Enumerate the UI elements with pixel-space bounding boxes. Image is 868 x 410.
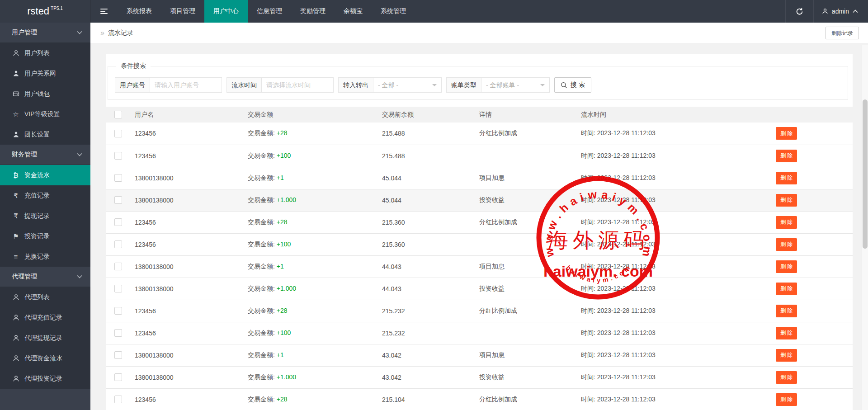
row-delete-button[interactable]: 删 除 [776, 194, 797, 207]
sidebar-item[interactable]: 代理提现记录 [0, 328, 90, 348]
row-delete-button[interactable]: 删 除 [776, 305, 797, 317]
users-icon [11, 70, 20, 77]
sidebar-item-label: 用户钱包 [24, 90, 50, 98]
cell-balance: 44.043 [376, 255, 473, 278]
sidebar-item[interactable]: 团长设置 [0, 124, 90, 145]
cell-time: 时间: 2023-12-28 11:12:03 [575, 167, 770, 189]
sidebar-item-label: VIP等级设置 [24, 110, 60, 118]
app-logo: rstedTP5.1 [0, 0, 90, 23]
row-delete-button[interactable]: 删 除 [776, 327, 797, 339]
direction-select[interactable]: 转入转出 - 全部 - [338, 77, 442, 93]
sidebar-item-label: 用户关系网 [24, 70, 56, 78]
nav-item-4[interactable]: 信息管理 [248, 0, 291, 23]
nav-item-2[interactable]: 项目管理 [161, 0, 204, 23]
nav-item-6[interactable]: 余额宝 [335, 0, 372, 23]
cell-balance: 45.044 [376, 189, 473, 211]
vertical-scrollbar[interactable] [862, 45, 868, 410]
row-delete-button[interactable]: 删 除 [776, 150, 797, 162]
cell-username: 13800138000 [129, 366, 242, 388]
logo-text: rsted [27, 5, 49, 17]
search-button[interactable]: 搜 索 [554, 77, 591, 93]
sidebar-item[interactable]: 代理充值记录 [0, 307, 90, 328]
sidebar-item[interactable]: ₹提现记录 [0, 206, 90, 226]
sidebar-item[interactable]: 代理列表 [0, 287, 90, 307]
user-icon [11, 375, 20, 382]
row-delete-button[interactable]: 删 除 [776, 283, 797, 295]
sidebar-item-label: 兑换记录 [24, 253, 50, 261]
row-checkbox[interactable] [114, 196, 122, 204]
cell-username: 13800138000 [129, 167, 242, 189]
row-checkbox[interactable] [114, 307, 122, 315]
delete-records-button[interactable]: 删除记录 [826, 27, 859, 39]
sidebar-section-1[interactable]: 用户管理 [0, 23, 90, 43]
row-checkbox[interactable] [114, 240, 122, 248]
cell-detail: 投资收益 [473, 189, 575, 211]
sidebar-item[interactable]: ⚑投资记录 [0, 226, 90, 246]
main-content: » 流水记录 删除记录 条件搜索 用户账号 流水时间 转入转出 - 全部 - [90, 23, 868, 410]
select-all-checkbox[interactable] [114, 111, 122, 118]
account-label: 用户账号 [115, 78, 150, 92]
cell-username: 123456 [129, 300, 242, 322]
sidebar-item[interactable]: 用户列表 [0, 43, 90, 63]
cell-username: 123456 [129, 211, 242, 233]
row-delete-button[interactable]: 删 除 [776, 349, 797, 362]
nav-item-7[interactable]: 系统管理 [372, 0, 415, 23]
search-icon [561, 82, 567, 89]
sidebar-item[interactable]: ₿资金流水 [0, 165, 90, 185]
cell-amount: 交易金额: +100 [242, 322, 376, 344]
row-checkbox[interactable] [114, 152, 122, 160]
cell-detail: 项目加息 [473, 255, 575, 278]
row-checkbox[interactable] [114, 329, 122, 337]
table-row: 13800138000交易金额: +1.00045.044投资收益时间: 202… [106, 189, 853, 211]
chevron-up-icon [853, 9, 858, 13]
row-delete-button[interactable]: 删 除 [776, 260, 797, 273]
cell-amount: 交易金额: +28 [242, 123, 376, 145]
user-menu[interactable]: admin [814, 0, 868, 23]
row-checkbox[interactable] [114, 174, 122, 182]
row-delete-button[interactable]: 删 除 [776, 393, 797, 406]
cell-time: 时间: 2023-12-28 11:12:03 [575, 189, 770, 211]
sidebar-item-label: 代理资金流水 [24, 354, 62, 363]
sidebar-item-label: 提现记录 [24, 212, 50, 220]
user-icon [11, 294, 20, 301]
row-checkbox[interactable] [114, 285, 122, 292]
nav-item-5[interactable]: 奖励管理 [291, 0, 335, 23]
row-checkbox[interactable] [114, 351, 122, 359]
scrollbar-thumb[interactable] [863, 99, 868, 249]
sidebar-item[interactable]: 代理资金流水 [0, 348, 90, 368]
sidebar-section-2[interactable]: 财务管理 [0, 145, 90, 165]
sidebar-item-label: 资金流水 [24, 171, 50, 179]
sidebar-item[interactable]: 代理投资记录 [0, 368, 90, 389]
row-delete-button[interactable]: 删 除 [776, 127, 797, 140]
table-row: 13800138000交易金额: +143.042项目加息时间: 2023-12… [106, 344, 853, 366]
breadcrumb-separator: » [100, 29, 104, 37]
row-delete-button[interactable]: 删 除 [776, 371, 797, 384]
row-checkbox[interactable] [114, 130, 122, 137]
nav-item-3[interactable]: 用户中心 [204, 0, 248, 23]
cell-username: 13800138000 [129, 189, 242, 211]
sidebar-item[interactable]: 用户钱包 [0, 84, 90, 104]
account-input[interactable] [150, 78, 222, 92]
row-delete-button[interactable]: 删 除 [776, 172, 797, 184]
row-checkbox[interactable] [114, 218, 122, 226]
row-delete-button[interactable]: 删 除 [776, 216, 797, 229]
sidebar-item[interactable]: 用户关系网 [0, 63, 90, 84]
row-checkbox[interactable] [114, 396, 122, 403]
row-checkbox[interactable] [114, 373, 122, 381]
sidebar-item[interactable]: ☆VIP等级设置 [0, 104, 90, 124]
sidebar-toggle-icon[interactable] [90, 0, 118, 23]
table-row: 123456交易金额: +100215.232时间: 2023-12-28 11… [106, 322, 853, 344]
sidebar-item-label: 充值记录 [24, 192, 50, 200]
sidebar-item[interactable]: ₹充值记录 [0, 185, 90, 206]
row-checkbox[interactable] [114, 263, 122, 270]
sidebar-section-3[interactable]: 代理管理 [0, 267, 90, 287]
nav-item-1[interactable]: 系统报表 [118, 0, 161, 23]
bill-type-select[interactable]: 账单类型 - 全部账单 - [446, 77, 550, 93]
sidebar-item[interactable]: ≡兑换记录 [0, 246, 90, 267]
row-delete-button[interactable]: 删 除 [776, 238, 797, 251]
main-nav: 系统报表项目管理用户中心信息管理奖励管理余额宝系统管理 [118, 0, 415, 23]
flag-icon: ⚑ [11, 232, 20, 240]
refresh-icon[interactable] [786, 0, 813, 23]
cell-time: 时间: 2023-12-28 11:12:03 [575, 211, 770, 233]
time-input[interactable] [262, 78, 333, 92]
